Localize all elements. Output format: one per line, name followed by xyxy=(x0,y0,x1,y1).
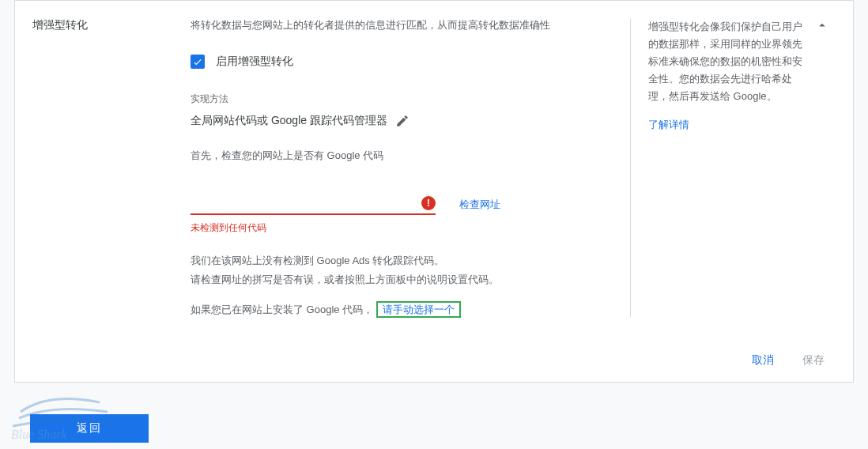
result-line-2: 请检查网址的拼写是否有误，或者按照上方面板中的说明设置代码。 xyxy=(191,273,606,287)
back-button[interactable]: 返回 xyxy=(30,414,149,443)
actions-row: 取消 保存 xyxy=(15,339,853,382)
left-column: 增强型转化 xyxy=(32,18,191,317)
enable-checkbox[interactable] xyxy=(191,55,205,69)
right-column: 增强型转化会像我们保护自己用户的数据那样，采用同样的业界领先标准来确保您的数据的… xyxy=(630,18,836,317)
middle-column: 将转化数据与您网站上的转化者提供的信息进行匹配，从而提高转化数据准确性 启用增强… xyxy=(191,18,630,317)
url-row: ! 检查网址 xyxy=(191,194,606,215)
checkmark-icon xyxy=(192,56,203,67)
error-message: 未检测到任何代码 xyxy=(191,221,606,235)
method-value: 全局网站代码或 Google 跟踪代码管理器 xyxy=(191,114,387,128)
method-row: 全局网站代码或 Google 跟踪代码管理器 xyxy=(191,114,606,128)
description-text: 将转化数据与您网站上的转化者提供的信息进行匹配，从而提高转化数据准确性 xyxy=(191,18,606,32)
method-label: 实现方法 xyxy=(191,92,606,106)
chevron-up-icon[interactable] xyxy=(815,18,829,32)
url-input[interactable] xyxy=(191,194,436,215)
section-title: 增强型转化 xyxy=(32,18,191,32)
enhanced-conversions-panel: 增强型转化 将转化数据与您网站上的转化者提供的信息进行匹配，从而提高转化数据准确… xyxy=(14,0,854,383)
learn-more-link[interactable]: 了解详情 xyxy=(648,118,836,132)
enable-checkbox-row: 启用增强型转化 xyxy=(191,55,606,69)
installed-prefix: 如果您已在网站上安装了 Google 代码， xyxy=(191,304,373,315)
save-button[interactable]: 保存 xyxy=(802,353,825,368)
result-line-1: 我们在该网站上没有检测到 Google Ads 转化跟踪代码。 xyxy=(191,254,606,268)
info-text: 增强型转化会像我们保护自己用户的数据那样，采用同样的业界领先标准来确保您的数据的… xyxy=(648,18,836,105)
installed-text: 如果您已在网站上安装了 Google 代码，请手动选择一个 xyxy=(191,303,606,317)
error-icon: ! xyxy=(421,196,436,210)
edit-icon[interactable] xyxy=(395,114,409,128)
check-url-link[interactable]: 检查网址 xyxy=(459,198,500,212)
cancel-button[interactable]: 取消 xyxy=(752,353,774,368)
instruction-text: 首先，检查您的网站上是否有 Google 代码 xyxy=(191,149,606,163)
manual-select-link[interactable]: 请手动选择一个 xyxy=(376,301,461,318)
url-input-wrap: ! xyxy=(191,194,436,215)
content-row: 增强型转化 将转化数据与您网站上的转化者提供的信息进行匹配，从而提高转化数据准确… xyxy=(15,1,853,339)
checkbox-label: 启用增强型转化 xyxy=(216,55,293,69)
